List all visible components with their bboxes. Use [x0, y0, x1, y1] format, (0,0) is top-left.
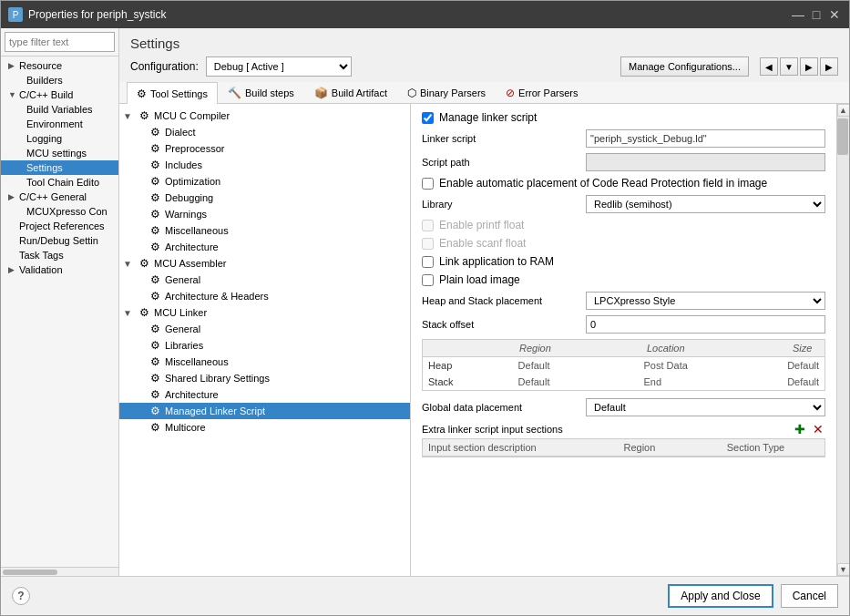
filter-input[interactable]	[5, 32, 115, 52]
config-dropdown[interactable]: Debug [ Active ]	[206, 56, 352, 77]
maximize-button[interactable]: □	[809, 7, 824, 22]
st-general-lnk[interactable]: ⚙ General	[119, 321, 410, 337]
printf-float-checkbox[interactable]	[422, 220, 434, 231]
st-label: Optimization	[165, 176, 220, 187]
st-label: Includes	[165, 159, 202, 170]
st-label: Architecture	[165, 241, 219, 252]
col-input-section: Input section description	[423, 439, 619, 456]
apply-and-close-button[interactable]: Apply and Close	[668, 584, 773, 608]
tree-item-builders[interactable]: Builders	[1, 73, 118, 87]
tab-tool-settings[interactable]: ⚙ Tool Settings	[127, 82, 218, 104]
properties-window: P Properties for periph_systick — □ ✕ ▶ …	[0, 0, 850, 616]
tab-error-parsers[interactable]: ⊘ Error Parsers	[496, 82, 588, 103]
binary-icon: ⬡	[407, 87, 416, 99]
manage-configurations-button[interactable]: Manage Configurations...	[620, 56, 749, 77]
st-miscellaneous-c[interactable]: ⚙ Miscellaneous	[119, 222, 410, 239]
tree-item-mcuxpresso[interactable]: MCUXpresso Con	[1, 204, 118, 219]
gear-icon: ⚙	[137, 87, 147, 100]
st-label: Debugging	[165, 192, 213, 203]
tree-item-environment[interactable]: Environment	[1, 117, 118, 131]
scroll-thumb[interactable]	[837, 118, 848, 155]
library-select[interactable]: Redlib (semihost) Redlib (nohost) Newlib…	[586, 195, 825, 213]
st-general-asm[interactable]: ⚙ General	[119, 272, 410, 288]
heap-stack-select[interactable]: LPCXpresso Style Manual	[586, 292, 825, 310]
tree-item-build-variables[interactable]: Build Variables	[1, 102, 118, 117]
tree-item-logging[interactable]: Logging	[1, 131, 118, 146]
title-bar: P Properties for periph_systick — □ ✕	[1, 1, 849, 28]
col-name	[423, 340, 514, 356]
col-location-header: Location	[641, 340, 787, 356]
st-architecture-lnk[interactable]: ⚙ Architecture	[119, 386, 410, 403]
nav-back-button[interactable]: ◀	[760, 57, 778, 76]
st-mcu-assembler[interactable]: ▼ ⚙ MCU Assembler	[119, 255, 410, 272]
gear-icon: ⚙	[148, 421, 162, 434]
linker-script-input[interactable]	[586, 129, 825, 148]
st-optimization[interactable]: ⚙ Optimization	[119, 173, 410, 190]
tree-item-validation[interactable]: ▶ Validation	[1, 262, 118, 277]
tree-item-resource[interactable]: ▶ Resource	[1, 58, 118, 73]
tree-item-cpp-build[interactable]: ▼ C/C++ Build	[1, 87, 118, 102]
tree-item-tool-chain[interactable]: Tool Chain Edito	[1, 175, 118, 190]
scroll-thumb-h[interactable]	[3, 570, 57, 575]
manage-linker-checkbox[interactable]	[422, 112, 434, 124]
tree-item-settings[interactable]: Settings	[1, 160, 118, 175]
tree-label: Task Tags	[19, 250, 64, 261]
stack-offset-input[interactable]	[586, 315, 825, 334]
tree-item-task-tags[interactable]: Task Tags	[1, 248, 118, 262]
close-button[interactable]: ✕	[827, 7, 842, 22]
scroll-track	[837, 117, 849, 563]
script-path-input[interactable]	[586, 153, 825, 171]
st-mcu-c-compiler[interactable]: ▼ ⚙ MCU C Compiler	[119, 108, 410, 124]
minimize-button[interactable]: —	[791, 7, 805, 22]
st-label: Shared Library Settings	[165, 373, 270, 384]
st-shared-library[interactable]: ⚙ Shared Library Settings	[119, 370, 410, 386]
extra-linker-table: Input section description Region Section…	[422, 438, 825, 457]
scanf-float-checkbox[interactable]	[422, 238, 434, 250]
settings-title: Settings	[119, 28, 849, 51]
st-label: Libraries	[165, 340, 203, 351]
st-dialect[interactable]: ⚙ Dialect	[119, 124, 410, 140]
help-button[interactable]: ?	[12, 587, 30, 605]
tree-item-run-debug[interactable]: Run/Debug Settin	[1, 233, 118, 248]
st-mcu-linker[interactable]: ▼ ⚙ MCU Linker	[119, 304, 410, 321]
st-miscellaneous-lnk[interactable]: ⚙ Miscellaneous	[119, 354, 410, 370]
remove-section-button[interactable]: ✕	[811, 422, 825, 436]
nav-dropdown-button[interactable]: ▼	[780, 57, 798, 76]
link-ram-checkbox[interactable]	[422, 256, 434, 268]
st-managed-linker[interactable]: ⚙ Managed Linker Script	[119, 403, 410, 419]
st-libraries[interactable]: ⚙ Libraries	[119, 337, 410, 354]
filter-box	[1, 28, 118, 56]
gear-icon: ⚙	[148, 405, 162, 417]
st-label: MCU Linker	[154, 307, 207, 318]
tab-build-artifact[interactable]: 📦 Build Artifact	[304, 82, 397, 103]
st-architecture-c[interactable]: ⚙ Architecture	[119, 239, 410, 255]
gear-icon: ⚙	[148, 126, 162, 139]
st-multicore[interactable]: ⚙ Multicore	[119, 419, 410, 436]
left-panel: ▶ Resource Builders ▼ C/C++ Build Build …	[1, 28, 119, 576]
gear-icon: ⚙	[148, 355, 162, 368]
tree-label: C/C++ Build	[19, 89, 73, 100]
gear-icon: ⚙	[137, 257, 151, 270]
gear-icon: ⚙	[148, 142, 162, 155]
tab-binary-parsers[interactable]: ⬡ Binary Parsers	[397, 82, 496, 103]
st-arch-headers[interactable]: ⚙ Architecture & Headers	[119, 288, 410, 304]
tree-item-cpp-general[interactable]: ▶ C/C++ General	[1, 190, 118, 204]
st-includes[interactable]: ⚙ Includes	[119, 157, 410, 173]
st-debugging[interactable]: ⚙ Debugging	[119, 190, 410, 206]
plain-load-checkbox[interactable]	[422, 274, 434, 286]
tree-item-mcu-settings[interactable]: MCU settings	[1, 146, 118, 160]
st-preprocessor[interactable]: ⚙ Preprocessor	[119, 140, 410, 157]
global-data-select[interactable]: Default	[586, 398, 825, 416]
cancel-button[interactable]: Cancel	[781, 584, 838, 608]
scroll-down-button[interactable]: ▼	[837, 563, 850, 576]
st-warnings[interactable]: ⚙ Warnings	[119, 206, 410, 222]
nav-forward-button[interactable]: ▶	[800, 57, 818, 76]
scroll-up-button[interactable]: ▲	[837, 104, 850, 117]
code-protection-checkbox[interactable]	[422, 178, 434, 190]
tab-build-steps[interactable]: 🔨 Build steps	[218, 82, 304, 103]
expand-arrow: ▶	[8, 192, 17, 201]
nav-forward2-button[interactable]: ▶	[820, 57, 838, 76]
st-label: General	[165, 323, 200, 334]
tree-item-project-references[interactable]: Project References	[1, 219, 118, 233]
add-section-button[interactable]: ✚	[793, 422, 807, 436]
